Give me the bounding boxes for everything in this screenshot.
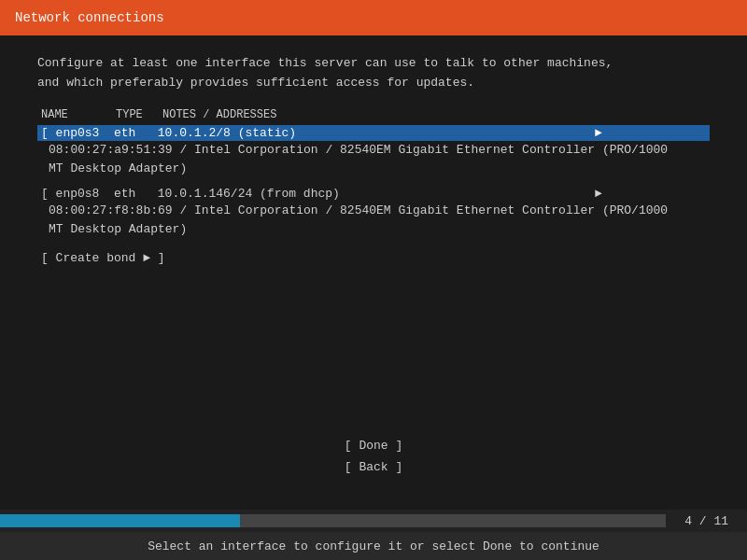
create-bond-label: [ Create bond ► ]	[41, 251, 165, 265]
main-content: Configure at least one interface this se…	[0, 35, 747, 275]
interface-detail-0b: MT Desktop Adapter)	[37, 160, 710, 178]
status-text: Select an interface to configure it or s…	[148, 539, 599, 553]
table-header: NAME TYPE NOTES / ADDRESSES	[37, 108, 710, 121]
col-header-type: TYPE	[116, 108, 162, 121]
interface-block-1: [ enp0s8 eth 10.0.1.146/24 (from dhcp) ►…	[37, 186, 710, 239]
col-header-name: NAME	[41, 108, 116, 121]
progress-bar	[0, 514, 666, 527]
footer-row: Select an interface to configure it or s…	[0, 532, 747, 560]
interface-detail-0a: 08:00:27:a9:51:39 / Intel Corporation / …	[37, 141, 710, 160]
interface-block-0: [ enp0s3 eth 10.0.1.2/8 (static) ► ] 08:…	[37, 125, 710, 178]
col-header-notes: NOTES / ADDRESSES	[162, 108, 706, 121]
interface-detail-1a: 08:00:27:f8:8b:69 / Intel Corporation / …	[37, 202, 710, 220]
description-line1: Configure at least one interface this se…	[37, 54, 710, 74]
done-button[interactable]: [ Done ]	[317, 437, 430, 455]
description-line2: and which preferably provides sufficient…	[37, 74, 710, 93]
progress-label: 4 / 11	[666, 514, 747, 528]
create-bond[interactable]: [ Create bond ► ]	[37, 250, 710, 266]
progress-bar-fill	[0, 514, 240, 527]
bottom-section: 4 / 11 Select an interface to configure …	[0, 510, 747, 560]
buttons-area: [ Done ] [ Back ]	[0, 437, 747, 476]
interface-row-1[interactable]: [ enp0s8 eth 10.0.1.146/24 (from dhcp) ►…	[37, 186, 710, 202]
back-button[interactable]: [ Back ]	[317, 458, 430, 476]
progress-row: 4 / 11	[0, 510, 747, 532]
interface-row-1-text: [ enp0s8 eth 10.0.1.146/24 (from dhcp) ►…	[41, 187, 747, 201]
description: Configure at least one interface this se…	[37, 54, 710, 93]
title-text: Network connections	[15, 10, 164, 25]
interface-detail-1b: MT Desktop Adapter)	[37, 220, 710, 239]
interface-row-0-text: [ enp0s3 eth 10.0.1.2/8 (static) ► ]	[41, 126, 747, 140]
title-bar: Network connections	[0, 0, 747, 35]
interface-row-0[interactable]: [ enp0s3 eth 10.0.1.2/8 (static) ► ]	[37, 125, 710, 141]
